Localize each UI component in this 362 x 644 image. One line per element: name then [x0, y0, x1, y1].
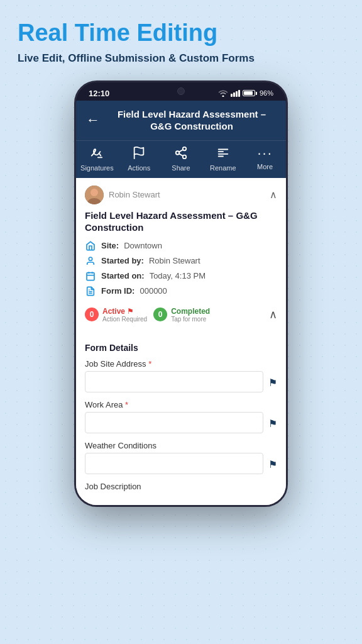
- svg-line-4: [179, 153, 183, 156]
- meta-started-by-row: Started by: Robin Stewart: [85, 255, 277, 267]
- started-on-value: Today, 4:13 PM: [150, 271, 206, 280]
- page-wrapper: Real Time Editing Live Edit, Offline Sub…: [0, 0, 362, 644]
- status-row: 0 Active ⚑ Action Required 0: [85, 307, 210, 323]
- completed-status-label: Completed: [171, 307, 210, 316]
- form-id-value: 000000: [140, 286, 167, 296]
- back-button[interactable]: ←: [86, 112, 100, 128]
- form-title: Field Level Hazard Assessment – G&G Cons…: [85, 209, 277, 234]
- camera-notch: [177, 87, 185, 95]
- site-icon: [85, 240, 96, 252]
- work-area-label: Work Area *: [85, 400, 277, 409]
- weather-conditions-input[interactable]: [85, 453, 263, 474]
- form-id-icon: [85, 286, 96, 297]
- job-site-address-input[interactable]: [85, 371, 263, 392]
- status-icons: 96%: [218, 89, 273, 97]
- started-on-label: Started on:: [101, 271, 145, 280]
- active-badge[interactable]: 0 Active ⚑ Action Required: [85, 307, 147, 323]
- battery-icon: [243, 90, 257, 96]
- form-details-section: Form Details Job Site Address * ⚑ Wo: [76, 336, 286, 505]
- meta-site-row: Site: Downtown: [85, 240, 277, 252]
- app-header-title: Field Level Hazard Assessment – G&G Cons…: [107, 108, 276, 133]
- active-flag-icon: ⚑: [127, 307, 134, 316]
- toolbar: Signatures Actions: [76, 140, 286, 178]
- svg-rect-14: [87, 273, 94, 280]
- form-card: Robin Stewart ∧ Field Level Hazard Asses…: [76, 178, 286, 336]
- hero-section: Real Time Editing Live Edit, Offline Sub…: [0, 0, 362, 75]
- started-by-value: Robin Stewart: [149, 256, 200, 265]
- user-info: Robin Stewart: [85, 186, 160, 204]
- field-group-job-description: Job Description: [85, 482, 277, 491]
- form-card-header: Robin Stewart ∧: [85, 186, 277, 204]
- weather-conditions-flag-icon[interactable]: ⚑: [268, 458, 277, 474]
- field-group-weather-conditions: Weather Conditions ⚑: [85, 441, 277, 474]
- signatures-label: Signatures: [80, 164, 114, 172]
- collapse-button[interactable]: ∧: [270, 189, 277, 201]
- rename-icon: [216, 146, 230, 162]
- active-count: 0: [85, 308, 99, 321]
- job-site-required-star: *: [148, 359, 151, 369]
- job-site-address-row: ⚑: [85, 371, 277, 392]
- weather-conditions-label: Weather Conditions: [85, 441, 277, 450]
- started-on-icon: [85, 270, 96, 282]
- hero-subtitle: Live Edit, Offline Submission & Custom F…: [18, 52, 344, 65]
- svg-point-13: [89, 257, 92, 260]
- active-text: Active ⚑ Action Required: [102, 307, 147, 323]
- svg-line-5: [179, 150, 183, 152]
- battery-percent: 96%: [260, 89, 273, 97]
- avatar: [85, 186, 104, 204]
- job-description-label: Job Description: [85, 482, 277, 491]
- meta-started-on-row: Started on: Today, 4:13 PM: [85, 270, 277, 282]
- weather-conditions-row: ⚑: [85, 453, 277, 474]
- hero-title: Real Time Editing: [18, 20, 344, 47]
- phone-mockup: 12:10: [74, 80, 288, 507]
- form-id-label: Form ID:: [101, 286, 134, 296]
- collapse-card-button[interactable]: ∧: [269, 308, 277, 321]
- content-area: Robin Stewart ∧ Field Level Hazard Asses…: [76, 178, 286, 505]
- job-site-address-label: Job Site Address *: [85, 359, 277, 369]
- started-by-icon: [85, 255, 96, 267]
- rename-label: Rename: [210, 164, 236, 172]
- more-icon: ···: [257, 147, 272, 160]
- toolbar-actions[interactable]: Actions: [120, 146, 158, 172]
- actions-label: Actions: [128, 164, 150, 172]
- work-area-flag-icon[interactable]: ⚑: [268, 418, 277, 433]
- completed-badge[interactable]: 0 Completed Tap for more: [153, 307, 210, 323]
- svg-point-11: [90, 189, 98, 196]
- toolbar-more[interactable]: ··· More: [246, 147, 284, 170]
- signature-icon: [90, 146, 104, 162]
- toolbar-signatures[interactable]: Signatures: [78, 146, 116, 172]
- share-icon: [174, 146, 188, 162]
- toolbar-rename[interactable]: Rename: [204, 146, 242, 172]
- active-status-label: Active: [102, 307, 125, 316]
- work-area-row: ⚑: [85, 412, 277, 433]
- user-name-label: Robin Stewart: [109, 190, 160, 199]
- more-label: More: [257, 163, 273, 170]
- work-area-input[interactable]: [85, 412, 263, 433]
- field-group-job-site-address: Job Site Address * ⚑: [85, 359, 277, 392]
- site-label: Site:: [101, 241, 119, 250]
- meta-form-id-row: Form ID: 000000: [85, 286, 277, 297]
- completed-sub-label: Tap for more: [171, 316, 210, 323]
- started-by-label: Started by:: [101, 256, 144, 265]
- app-header: ← Field Level Hazard Assessment – G&G Co…: [76, 101, 286, 140]
- signal-icon: [231, 90, 240, 97]
- status-bar: 12:10: [76, 82, 286, 101]
- toolbar-share[interactable]: Share: [162, 146, 200, 172]
- share-label: Share: [172, 164, 190, 172]
- form-details-title: Form Details: [85, 343, 277, 353]
- completed-count: 0: [153, 308, 167, 321]
- field-group-work-area: Work Area * ⚑: [85, 400, 277, 433]
- actions-flag-icon: [132, 146, 146, 162]
- active-sub-label: Action Required: [102, 316, 147, 323]
- completed-text: Completed Tap for more: [171, 307, 210, 323]
- site-value: Downtown: [124, 241, 162, 250]
- job-site-flag-icon[interactable]: ⚑: [268, 377, 277, 392]
- work-area-required-star: *: [125, 400, 128, 409]
- wifi-icon: [218, 89, 228, 97]
- status-time: 12:10: [89, 89, 109, 98]
